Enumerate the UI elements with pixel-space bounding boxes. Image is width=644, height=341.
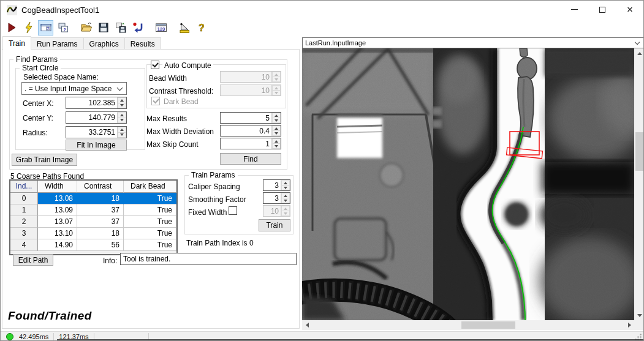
window-title: CogBeadInspectTool1 (21, 6, 99, 15)
center-x-field[interactable]: 102.385 (66, 97, 127, 109)
horizontal-scroll-thumb[interactable] (461, 321, 515, 329)
train-button[interactable]: Train (259, 219, 290, 231)
cell-width: 13.10 (38, 228, 77, 239)
electric-run-button[interactable] (21, 20, 36, 36)
radius-spinner[interactable] (117, 127, 126, 138)
cell-contrast: 37 (77, 216, 124, 228)
cell-contrast: 18 (77, 193, 124, 204)
maximize-icon (599, 7, 605, 13)
smoothing-factor-spinner[interactable] (281, 193, 290, 203)
cell-index: 2 (10, 216, 38, 228)
find-button[interactable]: Find (220, 153, 281, 165)
table-row[interactable]: 2 13.07 37 True (10, 216, 176, 228)
table-row[interactable]: 0 13.08 18 True (10, 193, 176, 204)
tool-state-text: Found/Trained (8, 309, 92, 323)
cell-width: 13.09 (38, 204, 77, 216)
table-row[interactable]: 1 13.09 37 True (10, 204, 176, 216)
max-skip-count-field[interactable]: 1 (220, 138, 281, 149)
column-header-contrast[interactable]: Contrast (77, 181, 124, 193)
table-header-row: Ind... Width Contrast Dark Bead (10, 181, 176, 193)
minimize-button[interactable] (560, 1, 588, 18)
close-button[interactable]: × (616, 1, 644, 18)
table-row[interactable]: 4 14.90 56 True (10, 239, 176, 251)
caliper-spacing-field[interactable]: 3 (263, 179, 290, 191)
max-width-deviation-label: Max Width Deviation (146, 127, 214, 136)
contrast-threshold-spinner (271, 85, 281, 96)
display-record-selector[interactable]: LastRun.InputImage (302, 37, 644, 48)
center-y-spinner[interactable] (117, 112, 126, 123)
scroll-right-button[interactable] (624, 320, 634, 330)
tab-results[interactable]: Results (124, 37, 161, 50)
reset-icon (132, 21, 144, 34)
minimize-icon (571, 9, 578, 10)
floating-window-button[interactable]: ? (55, 20, 70, 36)
max-skip-count-spinner[interactable] (271, 138, 281, 149)
train-params-title: Train Params (189, 171, 238, 179)
svg-text:?: ? (63, 28, 66, 32)
info-label: Info: (103, 257, 117, 265)
info-textbox[interactable]: Tool is trained. (120, 253, 297, 265)
run-button[interactable] (4, 20, 19, 36)
max-results-label: Max Results (146, 114, 187, 123)
center-y-value: 140.779 (66, 112, 117, 123)
max-width-deviation-field[interactable]: 0.4 (220, 125, 281, 137)
info-text: Tool is trained. (123, 255, 170, 263)
auto-compute-label: Auto Compute (162, 61, 213, 70)
inspection-image (302, 48, 634, 320)
max-results-spinner[interactable] (271, 113, 281, 123)
reset-button[interactable] (130, 20, 145, 36)
caliper-spacing-label: Caliper Spacing (188, 182, 240, 191)
inspection-image-display[interactable] (302, 48, 634, 320)
open-file-button[interactable] (78, 20, 94, 36)
image-horizontal-scrollbar[interactable] (302, 320, 634, 330)
tab-train[interactable]: Train (2, 36, 31, 50)
measure-button[interactable] (176, 20, 192, 36)
svg-text:?: ? (47, 26, 49, 31)
edit-path-button[interactable]: Edit Path (13, 254, 53, 266)
column-header-width[interactable]: Width (38, 181, 77, 193)
scroll-up-button[interactable] (634, 48, 644, 58)
open-folder-icon (80, 21, 93, 34)
tab-run-params[interactable]: Run Params (31, 37, 84, 50)
contrast-threshold-field: 10 (220, 84, 281, 96)
save-button[interactable] (96, 20, 111, 36)
train-path-index-note: Train Path Index is 0 (186, 239, 254, 247)
cell-darkbead: True (124, 193, 176, 204)
tool-edit-window-button[interactable]: ? (38, 20, 53, 36)
help-button[interactable]: ? (194, 20, 209, 36)
grab-train-image-button[interactable]: Grab Train Image (12, 154, 77, 166)
center-y-label: Center Y: (23, 114, 53, 122)
cell-index: 1 (10, 204, 38, 216)
column-header-index[interactable]: Ind... (10, 181, 38, 193)
save-as-button[interactable] (113, 20, 128, 36)
max-width-deviation-spinner[interactable] (271, 126, 281, 136)
fixed-width-field: 10 (263, 205, 290, 217)
vertical-scroll-thumb[interactable] (635, 132, 643, 171)
fixed-width-checkbox[interactable] (229, 206, 237, 215)
tab-graphics[interactable]: Graphics (83, 37, 125, 50)
fixed-width-label: Fixed Width (188, 208, 227, 217)
cell-darkbead: True (124, 228, 176, 239)
cell-darkbead: True (124, 216, 176, 228)
smoothing-factor-field[interactable]: 3 (263, 192, 290, 204)
space-name-combo[interactable]: . = Use Input Image Space (21, 82, 127, 95)
center-y-field[interactable]: 140.779 (66, 111, 127, 124)
auto-compute-checkbox[interactable] (151, 61, 159, 69)
scroll-down-button[interactable] (634, 310, 644, 320)
toolbar: ? ? (1, 19, 298, 36)
fit-in-image-button[interactable]: Fit In Image (66, 140, 127, 151)
chevron-down-icon (117, 84, 123, 91)
find-params-title: Find Params (13, 55, 60, 64)
scroll-left-button[interactable] (302, 320, 312, 330)
maximize-button[interactable] (588, 1, 616, 18)
lightning-icon (23, 21, 35, 34)
cell-darkbead: True (124, 239, 176, 251)
image-vertical-scrollbar[interactable] (634, 48, 644, 320)
max-results-field[interactable]: 5 (220, 112, 281, 124)
center-x-spinner[interactable] (117, 97, 126, 108)
caliper-spacing-spinner[interactable] (281, 180, 290, 190)
table-row[interactable]: 3 13.10 18 True (10, 228, 176, 239)
show-record-numbers-button[interactable]: 123 (153, 20, 169, 36)
radius-field[interactable]: 33.2751 (66, 126, 127, 138)
column-header-darkbead[interactable]: Dark Bead (124, 181, 176, 193)
